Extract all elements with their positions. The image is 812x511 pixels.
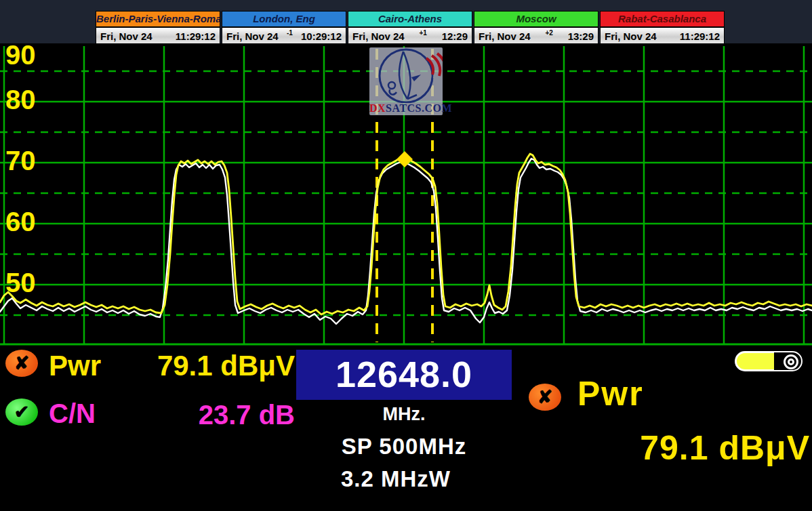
cn-status-check-icon: ✔: [5, 398, 38, 426]
frequency-unit: MHz.: [296, 404, 512, 425]
y-axis-label: 60: [5, 207, 36, 237]
right-pwr-label: Pwr: [577, 374, 644, 413]
y-axis-label: 50: [5, 268, 36, 298]
clock-city-label: Rabat-Casablanca: [601, 12, 724, 28]
y-axis-label: 80: [5, 85, 36, 115]
right-pwr-x-icon: ✘: [529, 384, 561, 411]
check-glyph: ✔: [14, 401, 30, 423]
clock-time-value: 11:29:12: [176, 30, 216, 42]
clock-time-row: Fri, Nov 24-110:29:12: [222, 28, 346, 44]
dxsatcs-logo-icon: [369, 47, 443, 103]
clock-city-label: Berlin-Paris-Vienna-Roma: [96, 12, 220, 28]
clock-time-row: Fri, Nov 24+213:29: [474, 28, 598, 44]
clock-column: Berlin-Paris-Vienna-RomaFri, Nov 2411:29…: [96, 11, 220, 45]
power-toggle-switch[interactable]: [735, 351, 803, 371]
clock-column: Cairo-AthensFri, Nov 24+112:29: [348, 11, 472, 45]
clock-date: Fri, Nov 24: [605, 30, 657, 42]
clock-column: London, EngFri, Nov 24-110:29:12: [222, 11, 346, 45]
clock-column: MoscowFri, Nov 24+213:29: [474, 11, 598, 45]
x-glyph: ✘: [537, 386, 553, 408]
logo-text-rest: SATCS.COM: [386, 102, 452, 114]
satmeter-screen: Berlin-Paris-Vienna-RomaFri, Nov 2411:29…: [0, 0, 812, 511]
y-axis-label: 90: [5, 43, 36, 70]
clock-utc-offset: -1: [279, 29, 301, 37]
pwr-value: 79.1 dBμV: [102, 350, 295, 382]
frequency-display[interactable]: 12648.0: [296, 350, 512, 400]
clock-date: Fri, Nov 24: [479, 30, 531, 42]
clock-date: Fri, Nov 24: [352, 30, 405, 42]
clock-utc-offset: +2: [531, 29, 568, 37]
clock-time-row: Fri, Nov 2411:29:12: [96, 28, 220, 44]
clock-time-value: 11:29:12: [680, 30, 720, 42]
pwr-status-x-icon: ✘: [5, 350, 38, 377]
x-glyph: ✘: [14, 352, 30, 374]
clock-city-label: London, Eng: [222, 12, 346, 28]
cn-value: 23.7 dB: [102, 400, 295, 430]
y-axis-label: 70: [5, 146, 36, 176]
right-pwr-value: 79.1 dBμV: [556, 428, 810, 468]
measurement-panel: ✘ Pwr 79.1 dBμV ✔ C/N 23.7 dB 12648.0 MH…: [0, 347, 812, 511]
bandwidth-readout: 3.2 MHzW: [288, 466, 504, 492]
clock-time-value: 13:29: [568, 30, 594, 42]
clock-column: Rabat-CasablancaFri, Nov 2411:29:12: [600, 11, 725, 45]
span-readout: SP 500MHz: [296, 434, 512, 459]
dxsatcs-logo-text: DXSATCS.COM: [369, 102, 443, 115]
clock-time-row: Fri, Nov 2411:29:12: [601, 28, 724, 44]
clock-city-label: Moscow: [474, 12, 598, 28]
pwr-label: Pwr: [49, 350, 101, 382]
logo-text-dx: DX: [369, 102, 386, 114]
clock-strip: Berlin-Paris-Vienna-RomaFri, Nov 2411:29…: [96, 11, 725, 45]
clock-time-value: 10:29:12: [301, 30, 342, 42]
clock-city-label: Cairo-Athens: [348, 12, 472, 28]
spectrum-plot: 9080706050 DXSATCS.COM: [0, 43, 812, 347]
dxsatcs-logo-watermark: DXSATCS.COM: [369, 47, 443, 115]
clock-time-value: 12:29: [442, 30, 468, 42]
toggle-knob-dot: [788, 359, 794, 365]
world-clock-bar: Berlin-Paris-Vienna-RomaFri, Nov 2411:29…: [0, 0, 812, 43]
clock-date: Fri, Nov 24: [226, 30, 279, 42]
clock-time-row: Fri, Nov 24+112:29: [348, 28, 472, 44]
cn-label: C/N: [49, 398, 96, 429]
clock-date: Fri, Nov 24: [100, 30, 153, 42]
clock-utc-offset: +1: [405, 29, 442, 37]
